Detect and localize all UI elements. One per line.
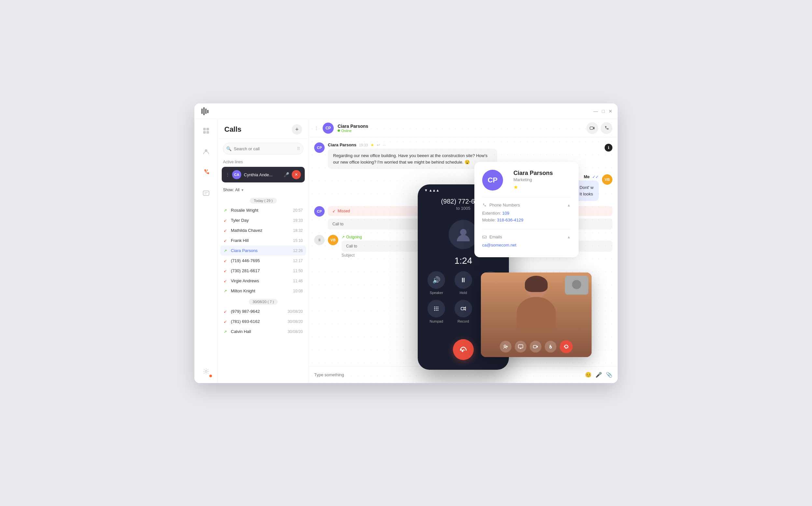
end-call-phone-button[interactable] <box>453 339 474 360</box>
email-section-title: Emails <box>482 235 502 239</box>
call-time: 15:10 <box>293 238 303 243</box>
sidebar-icon-messages[interactable] <box>200 187 213 200</box>
sidebar-icon-settings[interactable] <box>200 365 213 378</box>
show-filter: Show: All ▼ <box>218 186 309 195</box>
active-call-bar: ⋮ CA Cynthia Ande... 🎤 ✕ <box>222 167 305 182</box>
missed-call-icon: ↙ <box>332 209 336 213</box>
call-time: 30/08/20 <box>287 329 303 334</box>
filter-all-button[interactable]: All <box>235 188 239 192</box>
message-avatar-cp: CP <box>314 143 325 153</box>
dialpad-icon[interactable]: ⠿ <box>297 146 300 151</box>
screen-share-button[interactable] <box>515 341 527 352</box>
sidebar-icon-contacts[interactable] <box>200 145 213 158</box>
email-link[interactable]: ca@somecom.net <box>482 243 516 247</box>
microphone-icon[interactable]: 🎤 <box>596 372 602 378</box>
incoming-arrow-icon: ↙ <box>224 319 228 324</box>
call-name: Milton Knight <box>231 288 290 293</box>
phone-section-toggle[interactable]: ▲ <box>567 203 571 207</box>
sidebar-icon-grid[interactable] <box>200 124 213 137</box>
close-button[interactable]: ✕ <box>609 109 612 114</box>
call-time: 30/08/20 <box>287 319 303 324</box>
call-item-ciara[interactable]: ↗ Ciara Parsons 12:26 <box>220 246 306 256</box>
add-participant-button[interactable] <box>500 341 512 352</box>
call-item-frank[interactable]: ↙ Frank Hill 15:10 <box>220 236 306 246</box>
numpad-label: Numpad <box>430 319 444 323</box>
read-receipts-icon: ✓✓ <box>592 175 599 179</box>
search-input[interactable] <box>223 143 303 155</box>
outgoing-arrow-icon: ↗ <box>224 208 228 213</box>
record-label: Record <box>458 319 469 323</box>
call-item-rosalie[interactable]: ↗ Rosalie Wright 20:57 <box>220 205 306 215</box>
speaker-button[interactable]: 🔊 Speaker <box>427 271 445 294</box>
emoji-icon[interactable]: 😊 <box>585 372 592 378</box>
call-item-781[interactable]: ↙ (781) 693-6162 30/08/20 <box>220 316 306 327</box>
call-item-730[interactable]: ↙ (730) 281-6617 11:50 <box>220 266 306 276</box>
call-item-milton[interactable]: ↗ Milton Knight 10:08 <box>220 286 306 296</box>
svg-rect-9 <box>203 191 209 195</box>
chat-menu-icon[interactable]: ⋮ <box>314 125 319 131</box>
call-name: (781) 693-6162 <box>231 319 285 324</box>
contact-large-avatar: CP <box>482 170 503 190</box>
active-call-mic-icon[interactable]: 🎤 <box>284 172 289 177</box>
svg-point-20 <box>436 310 437 311</box>
extension-field: Extention: 109 <box>482 211 571 216</box>
contact-favorite-icon[interactable]: ★ <box>514 184 553 190</box>
sidebar-icons <box>194 119 218 383</box>
sidebar-icon-calls[interactable] <box>200 166 213 179</box>
audio-call-button[interactable] <box>601 122 612 134</box>
svg-point-24 <box>504 345 506 347</box>
phone-caller-avatar <box>449 220 478 249</box>
video-overlay <box>481 272 592 357</box>
minimize-button[interactable]: — <box>594 109 598 114</box>
call-name: Tyler Day <box>231 218 290 223</box>
record-button[interactable]: Record <box>455 300 472 323</box>
call-time: 11:50 <box>293 269 303 273</box>
pip-avatar <box>572 280 581 289</box>
search-icon: 🔍 <box>226 146 231 151</box>
maximize-button[interactable]: □ <box>602 109 605 114</box>
end-call-button[interactable]: ✕ <box>292 170 301 179</box>
call-item-719[interactable]: ↙ (719) 446-7695 12:17 <box>220 256 306 266</box>
email-section-toggle[interactable]: ▲ <box>567 235 571 239</box>
add-call-button[interactable]: + <box>292 124 302 135</box>
toggle-mute-video-button[interactable] <box>545 341 556 352</box>
svg-rect-0 <box>202 109 203 114</box>
chat-input[interactable] <box>314 372 581 377</box>
phone-section-header: Phone Numbers ▲ <box>482 202 571 207</box>
active-call-menu-icon[interactable]: ⋮ <box>226 172 229 177</box>
phone-numbers-section: Phone Numbers ▲ Extention: 109 Mobile: 3… <box>482 197 571 223</box>
message-info-icon[interactable]: ℹ <box>605 144 612 152</box>
call-name: Calvin Hall <box>231 329 285 334</box>
numpad-button[interactable]: Numpad <box>427 300 445 323</box>
email-section-header: Emails ▲ <box>482 235 571 239</box>
message-more-icon[interactable]: ··· <box>383 143 386 147</box>
svg-rect-6 <box>203 131 206 134</box>
filter-chevron-icon[interactable]: ▼ <box>241 188 244 192</box>
mobile-field: Mobile: 318-636-4129 <box>482 218 571 223</box>
call-time: 18:32 <box>293 228 303 233</box>
missed-call-label: Missed <box>338 209 350 213</box>
call-name: (730) 281-6617 <box>231 268 290 273</box>
message-avatar-vb: VB <box>602 174 612 185</box>
video-call-button[interactable] <box>586 122 598 134</box>
contact-card-dept: Marketing <box>514 177 553 182</box>
extension-link[interactable]: 109 <box>502 211 509 216</box>
pause-button[interactable]: ⏸ <box>314 235 325 245</box>
mobile-link[interactable]: 318-636-4129 <box>497 218 524 223</box>
reply-icon[interactable]: ↩ <box>377 143 380 147</box>
phone-end-btn-area <box>453 339 474 360</box>
toggle-camera-button[interactable] <box>530 341 541 352</box>
svg-rect-23 <box>482 236 486 238</box>
hold-icon: ⏸ <box>455 271 472 289</box>
end-video-call-button[interactable] <box>560 340 573 353</box>
outgoing-text: Outgoing <box>346 235 362 239</box>
star-icon[interactable]: ★ <box>370 143 374 147</box>
call-item-979[interactable]: ↙ (979) 987-9642 30/08/20 <box>220 306 306 316</box>
hold-button[interactable]: ⏸ Hold <box>455 271 472 294</box>
call-item-calvin[interactable]: ↗ Calvin Hall 30/08/20 <box>220 327 306 337</box>
attachment-icon[interactable]: 📎 <box>606 372 612 378</box>
call-item-tyler[interactable]: ↙ Tyler Day 19:33 <box>220 215 306 225</box>
outgoing-arrow-icon: ↗ <box>224 248 228 253</box>
call-item-virgie[interactable]: ↙ Virgie Andrews 11:46 <box>220 276 306 286</box>
call-item-mathilda[interactable]: ↙ Mathilda Chavez 18:32 <box>220 225 306 236</box>
